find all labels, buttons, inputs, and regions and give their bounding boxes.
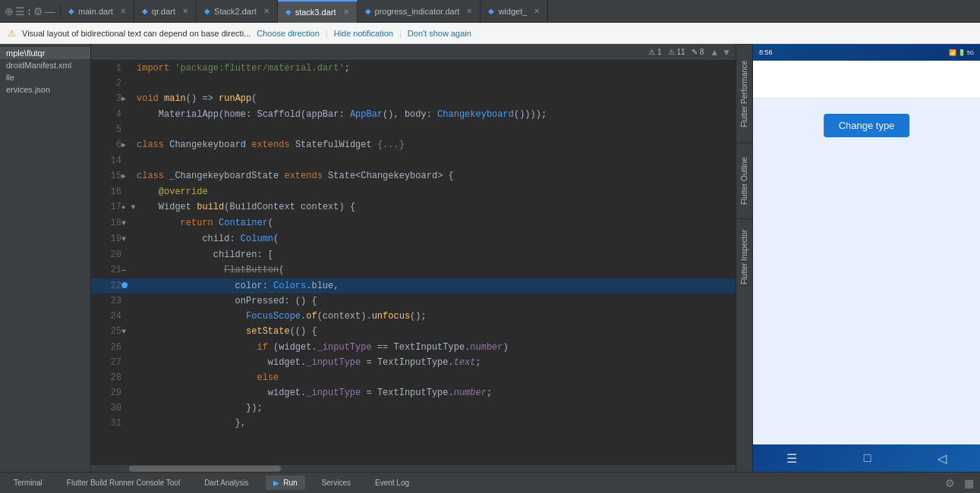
line-row: 18 ▼ return Container( bbox=[91, 215, 736, 231]
fold-arrow-25[interactable]: ▼ bbox=[121, 328, 126, 336]
tab-qr-dart[interactable]: ◆ qr.dart ✕ bbox=[134, 0, 197, 23]
toolbar-icon-2[interactable]: ☰ bbox=[15, 5, 25, 17]
line-row: 29 widget._inputType = TextInputType.num… bbox=[91, 385, 736, 400]
fold-arrow-6[interactable]: ▶ bbox=[121, 141, 126, 149]
dart-file-icon-2: ◆ bbox=[142, 7, 148, 15]
dart-file-icon: ◆ bbox=[68, 7, 74, 15]
notification-separator-2: | bbox=[399, 29, 402, 38]
warning-icon-sm: ⚠ bbox=[648, 48, 655, 56]
tab-close-widget[interactable]: ✕ bbox=[534, 7, 540, 15]
toolbar-icon-3[interactable]: ↕ bbox=[27, 5, 32, 17]
home-nav-icon[interactable]: □ bbox=[864, 451, 871, 465]
sidebar-item-lle[interactable]: lle bbox=[0, 71, 90, 83]
run-active-indicator: ▶ bbox=[273, 479, 279, 487]
choose-direction-link[interactable]: Choose direction bbox=[257, 29, 320, 38]
info-count: 8 bbox=[700, 48, 704, 56]
signal-text: 5G bbox=[967, 50, 974, 55]
dart-file-icon-5: ◆ bbox=[365, 7, 371, 15]
sidebar-item-services[interactable]: ervices.json bbox=[0, 83, 90, 96]
line-row: 6 ▶ class Changekeyboard extends Statefu… bbox=[91, 137, 736, 153]
sidebar-item-androidmanifest[interactable]: droidManifest.xml bbox=[0, 59, 90, 71]
warning-badge: ⚠ 1 bbox=[648, 48, 662, 56]
line-row: 21 — FlatButton( bbox=[91, 262, 736, 278]
toolbar-icon-1[interactable]: ⊕ bbox=[5, 5, 14, 17]
tab-stack3-dart[interactable]: ◆ stack3.dart ✕ bbox=[278, 0, 358, 23]
warning-icon: ⚠ bbox=[8, 28, 16, 39]
nav-down-icon[interactable]: ▼ bbox=[722, 47, 731, 58]
error-badge: ⚠ 11 bbox=[668, 48, 685, 56]
line-row: 2 bbox=[91, 76, 736, 91]
line-row: 23 onPressed: () { bbox=[91, 294, 736, 309]
tab-close-main[interactable]: ✕ bbox=[120, 7, 126, 15]
line-row: 15 ▶ class _ChangekeyboardState extends … bbox=[91, 168, 736, 184]
status-tab-build-runner[interactable]: Flutter Build Runner Console Tool bbox=[59, 476, 187, 490]
status-tab-event-log[interactable]: Event Log bbox=[367, 476, 417, 490]
editor-toolbar: ⚠ 1 ⚠ 11 ✎ 8 ▲ ▼ bbox=[91, 44, 736, 61]
back-nav-icon[interactable]: ◁ bbox=[937, 451, 947, 466]
tab-progress-dart[interactable]: ◆ progress_indicator.dart ✕ bbox=[358, 0, 481, 23]
error-count: 11 bbox=[677, 48, 685, 56]
dont-show-again-link[interactable]: Don't show again bbox=[408, 29, 471, 38]
screen-content: Change type bbox=[753, 99, 980, 326]
line-row: 31 }, bbox=[91, 416, 736, 431]
info-badge: ✎ 8 bbox=[692, 48, 704, 56]
fold-arrow-18[interactable]: ▼ bbox=[121, 219, 126, 228]
settings-icon[interactable]: ⚙ bbox=[33, 5, 43, 17]
editor-area: ⚠ 1 ⚠ 11 ✎ 8 ▲ ▼ 1 bbox=[91, 44, 736, 472]
tab-close-stack3[interactable]: ✕ bbox=[343, 8, 349, 16]
code-lines: 1 import 'package:flutter/material.dart'… bbox=[91, 61, 736, 431]
line-row: 30 }); bbox=[91, 400, 736, 416]
line-row: 14 bbox=[91, 153, 736, 168]
status-tab-run[interactable]: ▶ Run bbox=[266, 476, 305, 490]
menu-nav-icon[interactable]: ☰ bbox=[786, 451, 797, 466]
layout-status-icon[interactable]: ▦ bbox=[964, 477, 974, 489]
fold-arrow-3[interactable]: ▶ bbox=[121, 95, 126, 103]
breakpoint-17[interactable]: ● bbox=[121, 204, 125, 212]
line-row: 27 widget._inputType = TextInputType.tex… bbox=[91, 355, 736, 370]
flutter-performance-panel[interactable]: Flutter Performance bbox=[736, 44, 752, 143]
tab-widget-dart[interactable]: ◆ widget_ ✕ bbox=[481, 0, 548, 23]
flutter-inspector-panel[interactable]: Flutter Inspector bbox=[736, 218, 752, 294]
minimize-icon[interactable]: — bbox=[45, 5, 55, 17]
tab-close-qr[interactable]: ✕ bbox=[182, 7, 188, 15]
line-row: 26 if (widget._inputType == TextInputTyp… bbox=[91, 340, 736, 355]
tab-bar: ⊕ ☰ ↕ ⚙ — ◆ main.dart ✕ ◆ qr.dart ✕ ◆ St… bbox=[0, 0, 980, 23]
tab-close-progress[interactable]: ✕ bbox=[466, 7, 472, 15]
sidebar-label-flutqr: mple\flutqr bbox=[6, 49, 45, 58]
highlight-dot-22 bbox=[121, 282, 128, 288]
tab-stack2-dart[interactable]: ◆ Stack2.dart ✕ bbox=[197, 0, 278, 23]
fold-arrow-17[interactable]: ▼ bbox=[131, 203, 136, 212]
code-editor[interactable]: 1 import 'package:flutter/material.dart'… bbox=[91, 61, 736, 464]
status-tab-terminal[interactable]: Terminal bbox=[6, 476, 50, 490]
flutter-outline-panel[interactable]: Flutter Outline bbox=[736, 143, 752, 218]
tab-main-dart[interactable]: ◆ main.dart ✕ bbox=[61, 0, 134, 23]
battery-icon: 🔋 bbox=[958, 49, 966, 56]
horizontal-scrollbar[interactable] bbox=[91, 464, 736, 472]
dart-file-icon-6: ◆ bbox=[488, 7, 494, 15]
line-row: 20 children: [ bbox=[91, 247, 736, 262]
device-status-icons: 📶 🔋 5G bbox=[949, 49, 974, 56]
sidebar-item-flutqr[interactable]: mple\flutqr bbox=[0, 47, 90, 59]
hide-notification-link[interactable]: Hide notification bbox=[334, 29, 393, 38]
notification-separator: | bbox=[326, 29, 328, 38]
line-row: 24 FocusScope.of(context).unfocus(); bbox=[91, 309, 736, 324]
device-preview: 8:56 📶 🔋 5G Change type ☰ bbox=[752, 44, 980, 472]
fold-arrow-15[interactable]: ▶ bbox=[121, 172, 126, 181]
settings-status-icon[interactable]: ⚙ bbox=[945, 477, 955, 489]
status-tab-dart-analysis[interactable]: Dart Analysis bbox=[197, 476, 256, 490]
info-icon: ✎ bbox=[692, 48, 698, 56]
fold-arrow-21[interactable]: — bbox=[121, 266, 126, 275]
app-bar bbox=[753, 61, 980, 99]
dart-file-icon-3: ◆ bbox=[204, 7, 210, 15]
error-icon: ⚠ bbox=[668, 48, 675, 56]
fold-arrow-19[interactable]: ▼ bbox=[121, 235, 126, 243]
flutter-panels: Flutter Performance Flutter Outline Flut… bbox=[736, 44, 752, 472]
status-tab-services[interactable]: Services bbox=[314, 476, 358, 490]
device-frame: 8:56 📶 🔋 5G Change type ☰ bbox=[753, 44, 980, 472]
line-row: 17 ● ▼ Widget build(BuildContext context… bbox=[91, 199, 736, 215]
tab-close-stack2[interactable]: ✕ bbox=[263, 7, 269, 15]
main-area: mple\flutqr droidManifest.xml lle ervice… bbox=[0, 44, 980, 472]
nav-up-icon[interactable]: ▲ bbox=[710, 47, 719, 58]
sidebar-label-services: ervices.json bbox=[6, 85, 50, 94]
change-type-button[interactable]: Change type bbox=[824, 114, 910, 137]
